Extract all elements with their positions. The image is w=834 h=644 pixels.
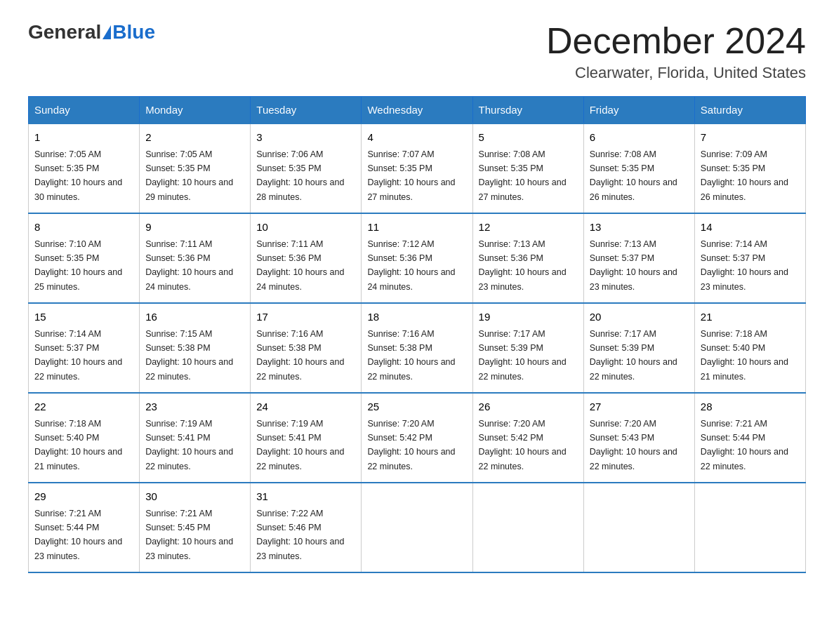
calendar-day-2: 2 Sunrise: 7:05 AMSunset: 5:35 PMDayligh… (140, 123, 251, 213)
calendar-day-28: 28 Sunrise: 7:21 AMSunset: 5:44 PMDaylig… (694, 393, 805, 483)
header-thursday: Thursday (472, 97, 583, 124)
month-title: December 2024 (546, 21, 806, 61)
day-number: 15 (34, 309, 133, 326)
day-number: 13 (590, 220, 689, 236)
day-info: Sunrise: 7:05 AMSunset: 5:35 PMDaylight:… (34, 149, 122, 202)
day-number: 18 (367, 309, 466, 326)
day-number: 23 (145, 399, 244, 415)
calendar-day-26: 26 Sunrise: 7:20 AMSunset: 5:42 PMDaylig… (472, 393, 583, 483)
calendar-day-11: 11 Sunrise: 7:12 AMSunset: 5:36 PMDaylig… (362, 213, 472, 303)
day-info: Sunrise: 7:17 AMSunset: 5:39 PMDaylight:… (590, 329, 677, 382)
calendar-day-18: 18 Sunrise: 7:16 AMSunset: 5:38 PMDaylig… (362, 303, 472, 393)
day-info: Sunrise: 7:18 AMSunset: 5:40 PMDaylight:… (701, 329, 788, 382)
day-number: 5 (479, 130, 578, 146)
calendar-empty-cell (472, 483, 583, 572)
day-info: Sunrise: 7:19 AMSunset: 5:41 PMDaylight:… (256, 419, 344, 471)
calendar-day-3: 3 Sunrise: 7:06 AMSunset: 5:35 PMDayligh… (251, 123, 362, 213)
day-info: Sunrise: 7:12 AMSunset: 5:36 PMDaylight:… (367, 239, 455, 292)
day-info: Sunrise: 7:14 AMSunset: 5:37 PMDaylight:… (701, 239, 788, 292)
calendar-week-1: 1 Sunrise: 7:05 AMSunset: 5:35 PMDayligh… (29, 123, 806, 213)
header-friday: Friday (583, 97, 694, 124)
calendar-day-17: 17 Sunrise: 7:16 AMSunset: 5:38 PMDaylig… (251, 303, 362, 393)
header-sunday: Sunday (29, 97, 140, 124)
logo-general-text: General (28, 21, 101, 43)
calendar-day-5: 5 Sunrise: 7:08 AMSunset: 5:35 PMDayligh… (472, 123, 583, 213)
day-info: Sunrise: 7:16 AMSunset: 5:38 PMDaylight:… (367, 329, 455, 382)
day-number: 6 (590, 130, 689, 146)
day-number: 25 (367, 399, 466, 415)
calendar-empty-cell (694, 483, 805, 572)
location-title: Clearwater, Florida, United States (546, 64, 806, 82)
day-number: 3 (256, 130, 355, 146)
day-info: Sunrise: 7:05 AMSunset: 5:35 PMDaylight:… (145, 149, 233, 202)
calendar-day-4: 4 Sunrise: 7:07 AMSunset: 5:35 PMDayligh… (362, 123, 472, 213)
day-number: 10 (256, 220, 355, 236)
calendar-week-4: 22 Sunrise: 7:18 AMSunset: 5:40 PMDaylig… (29, 393, 806, 483)
calendar-day-1: 1 Sunrise: 7:05 AMSunset: 5:35 PMDayligh… (29, 123, 140, 213)
day-info: Sunrise: 7:21 AMSunset: 5:45 PMDaylight:… (145, 509, 233, 561)
logo-blue-text: Blue (112, 21, 155, 43)
day-info: Sunrise: 7:19 AMSunset: 5:41 PMDaylight:… (145, 419, 233, 471)
day-info: Sunrise: 7:08 AMSunset: 5:35 PMDaylight:… (479, 149, 567, 202)
title-area: December 2024 Clearwater, Florida, Unite… (546, 21, 806, 82)
weekday-header-row: Sunday Monday Tuesday Wednesday Thursday… (29, 97, 806, 124)
day-number: 22 (34, 399, 133, 415)
calendar-day-10: 10 Sunrise: 7:11 AMSunset: 5:36 PMDaylig… (251, 213, 362, 303)
day-info: Sunrise: 7:20 AMSunset: 5:42 PMDaylight:… (479, 419, 567, 471)
header-saturday: Saturday (694, 97, 805, 124)
day-number: 7 (701, 130, 800, 146)
day-number: 4 (367, 130, 466, 146)
header-wednesday: Wednesday (362, 97, 472, 124)
day-number: 16 (145, 309, 244, 326)
day-number: 2 (145, 130, 244, 146)
day-number: 1 (34, 130, 133, 146)
day-number: 11 (367, 220, 466, 236)
day-number: 27 (590, 399, 689, 415)
calendar-day-13: 13 Sunrise: 7:13 AMSunset: 5:37 PMDaylig… (583, 213, 694, 303)
calendar-day-15: 15 Sunrise: 7:14 AMSunset: 5:37 PMDaylig… (29, 303, 140, 393)
calendar-day-16: 16 Sunrise: 7:15 AMSunset: 5:38 PMDaylig… (140, 303, 251, 393)
header-monday: Monday (140, 97, 251, 124)
calendar-day-14: 14 Sunrise: 7:14 AMSunset: 5:37 PMDaylig… (694, 213, 805, 303)
calendar-day-29: 29 Sunrise: 7:21 AMSunset: 5:44 PMDaylig… (29, 483, 140, 572)
day-number: 24 (256, 399, 355, 415)
day-info: Sunrise: 7:13 AMSunset: 5:37 PMDaylight:… (590, 239, 677, 292)
page-header: General Blue December 2024 Clearwater, F… (28, 21, 806, 82)
day-number: 19 (479, 309, 578, 326)
calendar-day-27: 27 Sunrise: 7:20 AMSunset: 5:43 PMDaylig… (583, 393, 694, 483)
calendar-table: Sunday Monday Tuesday Wednesday Thursday… (28, 96, 806, 573)
day-info: Sunrise: 7:14 AMSunset: 5:37 PMDaylight:… (34, 329, 122, 382)
calendar-day-31: 31 Sunrise: 7:22 AMSunset: 5:46 PMDaylig… (251, 483, 362, 572)
day-info: Sunrise: 7:07 AMSunset: 5:35 PMDaylight:… (367, 149, 455, 202)
day-number: 9 (145, 220, 244, 236)
logo-area: General Blue (28, 21, 155, 43)
calendar-day-30: 30 Sunrise: 7:21 AMSunset: 5:45 PMDaylig… (140, 483, 251, 572)
calendar-day-8: 8 Sunrise: 7:10 AMSunset: 5:35 PMDayligh… (29, 213, 140, 303)
day-info: Sunrise: 7:18 AMSunset: 5:40 PMDaylight:… (34, 419, 122, 471)
day-info: Sunrise: 7:16 AMSunset: 5:38 PMDaylight:… (256, 329, 344, 382)
day-number: 8 (34, 220, 133, 236)
day-info: Sunrise: 7:17 AMSunset: 5:39 PMDaylight:… (479, 329, 567, 382)
day-info: Sunrise: 7:22 AMSunset: 5:46 PMDaylight:… (256, 509, 344, 561)
day-number: 31 (256, 489, 355, 505)
calendar-week-3: 15 Sunrise: 7:14 AMSunset: 5:37 PMDaylig… (29, 303, 806, 393)
day-info: Sunrise: 7:09 AMSunset: 5:35 PMDaylight:… (701, 149, 788, 202)
calendar-week-2: 8 Sunrise: 7:10 AMSunset: 5:35 PMDayligh… (29, 213, 806, 303)
calendar-week-5: 29 Sunrise: 7:21 AMSunset: 5:44 PMDaylig… (29, 483, 806, 572)
calendar-day-7: 7 Sunrise: 7:09 AMSunset: 5:35 PMDayligh… (694, 123, 805, 213)
calendar-day-12: 12 Sunrise: 7:13 AMSunset: 5:36 PMDaylig… (472, 213, 583, 303)
day-info: Sunrise: 7:08 AMSunset: 5:35 PMDaylight:… (590, 149, 677, 202)
day-info: Sunrise: 7:20 AMSunset: 5:42 PMDaylight:… (367, 419, 455, 471)
day-number: 12 (479, 220, 578, 236)
logo: General Blue (28, 21, 155, 43)
calendar-day-22: 22 Sunrise: 7:18 AMSunset: 5:40 PMDaylig… (29, 393, 140, 483)
day-info: Sunrise: 7:21 AMSunset: 5:44 PMDaylight:… (34, 509, 122, 561)
calendar-day-23: 23 Sunrise: 7:19 AMSunset: 5:41 PMDaylig… (140, 393, 251, 483)
day-info: Sunrise: 7:20 AMSunset: 5:43 PMDaylight:… (590, 419, 677, 471)
calendar-day-9: 9 Sunrise: 7:11 AMSunset: 5:36 PMDayligh… (140, 213, 251, 303)
day-number: 29 (34, 489, 133, 505)
day-number: 28 (701, 399, 800, 415)
day-number: 30 (145, 489, 244, 505)
day-number: 20 (590, 309, 689, 326)
calendar-day-19: 19 Sunrise: 7:17 AMSunset: 5:39 PMDaylig… (472, 303, 583, 393)
